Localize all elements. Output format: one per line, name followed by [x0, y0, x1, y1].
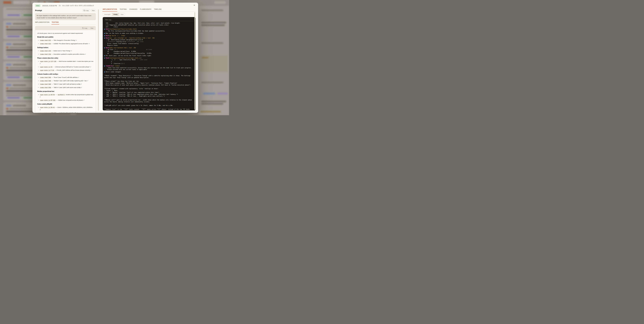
prompt-raw-button[interactable]: Raw	[91, 9, 96, 12]
log-line: **Modal renamed** "Span Statistics" → "E…	[104, 75, 194, 77]
log-line: ● All tests pass. Let me verify the fina…	[104, 55, 194, 57]
testing-report-card: Copy Raw All checks pass. Here is my ass…	[35, 26, 96, 113]
report-copy-button[interactable]: Copy	[81, 27, 88, 29]
log-line: **Summary line** is now `**12** tasks sc…	[104, 108, 194, 110]
log-line: scanned · 150 spans total".	[104, 110, 194, 110]
report-check-item: •index.html:215 — Button text is "View T…	[37, 50, 94, 52]
log-line: - `p95` → `95th %` (tooltip: "95% of run…	[104, 94, 194, 96]
prompt-text: the Span Statistics in the settings feel…	[35, 13, 96, 20]
log-line: ⎿ 1 // --- Span Statistics Modal --- +15…	[104, 59, 194, 61]
report-check-item: •index.html:521 — Title changed to "Exec…	[37, 39, 94, 42]
report-check-item: •span-stats.js:97-101 — Global max compu…	[37, 99, 94, 102]
timestamp: 3/8/2026, 6:09:58 PM	[42, 5, 57, 6]
prompt-panel: Prompt Copy Raw the Span Statistics in t…	[35, 8, 96, 113]
tab-testing[interactable]: TESTING	[52, 22, 59, 23]
log-line: - Muted description of what each phase a…	[104, 84, 194, 86]
report-section-heading: Color-coded p95/p99:	[37, 103, 94, 105]
log-line	[104, 86, 194, 88]
view-mode-raw[interactable]: Raw	[119, 13, 125, 16]
tab-timeline[interactable]: TIMELINE	[154, 8, 162, 10]
log-line: 216- <div style="margin-top: 6px; font-s…	[104, 22, 194, 24]
left-scrollbar[interactable]	[98, 9, 99, 111]
log-line: ok changkun.de/wallfacer/internal/envcon…	[104, 52, 194, 54]
report-section-heading: Column headers with tooltips:	[37, 73, 94, 75]
report-check-item: •span-stats.js:117-120 — Bold human-read…	[37, 60, 94, 65]
log-line: - `Count` → `Runs`	[104, 90, 194, 92]
left-tab-bar: IMPLEMENTATIONTESTING	[35, 22, 96, 24]
tab-implementation[interactable]: IMPLEMENTATION	[103, 8, 117, 10]
log-line: **Median cell** gets an inline proportio…	[104, 99, 194, 101]
right-tab-bar: IMPLEMENTATIONTESTINGCHANGESFLAMEGRAPHTI…	[103, 8, 196, 12]
tab-changes[interactable]: CHANGES	[130, 8, 138, 10]
report-check-item: •span-stats.js:44-54 — barHtml() renders…	[37, 94, 94, 98]
task-detail-modal: ✕ done 3/8/2026, 6:09:58 PM ID: bdcc2b88…	[32, 3, 198, 113]
log-line	[104, 97, 194, 99]
report-section-heading: Settings button:	[37, 46, 94, 49]
log-line: **Column headers** renamed with explanat…	[104, 88, 194, 90]
modal-header: done 3/8/2026, 6:09:58 PM ID: bdcc2b88-d…	[35, 4, 94, 7]
tab-testing[interactable]: TESTING	[120, 8, 127, 10]
log-panel: 216- <div style="margin-top: 6px; font-s…	[103, 17, 196, 110]
log-line: ⎿ go: downloading github.com/google/uuid…	[104, 39, 194, 41]
log-line	[104, 73, 194, 75]
implementation-panel: IMPLEMENTATIONTESTINGCHANGESFLAMEGRAPHTI…	[103, 3, 196, 113]
log-line: - `p99` → `99th %` (tooltip: "99% of run…	[104, 95, 194, 97]
report-section-heading: Phase column (two-line cells):	[37, 57, 94, 59]
log-line: ⎿ go test ./... +6 lines	[104, 49, 194, 50]
log-line: - Bold human-readable name: "Worktree Se…	[104, 82, 194, 84]
log-line: 217- </div>	[104, 26, 194, 28]
log-line: across the board, making relative cost i…	[104, 101, 194, 103]
prompt-title: Prompt	[35, 9, 42, 12]
log-line	[104, 106, 194, 108]
task-id: ID: bdcc2b88-daf0-48ce-99f8-a93cb5898ac0	[59, 5, 94, 6]
report-check-item: •index.html:216 — Description updated to…	[37, 53, 94, 55]
report-check-item: •index.html:549 — "95th %" (was "p95") w…	[37, 83, 94, 85]
right-scrollbar[interactable]	[194, 12, 195, 110]
log-line: 3 (function () {	[104, 63, 194, 64]
testing-report-body: All checks pass. Here is my assessment a…	[35, 30, 96, 113]
log-line: Require stack:	[104, 44, 194, 46]
copy-icon	[82, 28, 84, 29]
report-section-heading: Modal title and subtitle:	[37, 36, 94, 38]
log-line: ● Edit(/workspace/wallfacer/ui/index.htm…	[104, 28, 194, 30]
log-line: **Phase column** now shows two lines per…	[104, 80, 194, 82]
report-check-item: •index.html:548 — "Median" (was "p50") w…	[37, 80, 94, 82]
tab-implementation[interactable]: IMPLEMENTATION	[35, 22, 50, 23]
log-line	[104, 103, 194, 105]
report-check-item: •index.html:522 — Subtitle "Per-phase la…	[37, 42, 94, 45]
report-check-item: •index.html:546 — "Runs" (was "Count") w…	[37, 76, 94, 78]
copy-icon	[84, 10, 85, 11]
log-line: ⎿ The file /workspace/wallfacer/ui/index…	[104, 30, 194, 32]
app-root: ✕ done 3/8/2026, 6:09:58 PM ID: bdcc2b88…	[0, 0, 229, 115]
log-line: ● Bash(make test-backend 2>&1 | tail -20…	[104, 47, 194, 49]
prompt-copy-label: Copy	[86, 10, 89, 11]
filter-logs-input[interactable]	[104, 18, 194, 21]
log-line: 2	[104, 61, 194, 63]
report-check-item: •span-stats.js:7-24 — PHASE_INFO defines…	[37, 69, 94, 72]
prompt-copy-button[interactable]: Copy	[82, 9, 90, 12]
log-line: ⎿ ────────── Startup Error ────────── +2…	[104, 41, 194, 43]
tab-flamegraph[interactable]: FLAMEGRAPH	[140, 8, 151, 10]
log-line: ● Here's what changed:	[104, 71, 194, 73]
status-badge: done	[35, 4, 40, 7]
log-line: ● Bash(go build ./... 2>&1)	[104, 35, 194, 37]
log-line: Error: Cannot find module 'vitest/config…	[104, 43, 194, 44]
log-line: ok changkun.de/wallfacer 0.010s	[104, 50, 194, 52]
report-paragraph: All checks pass. Here is my assessment a…	[37, 32, 94, 34]
view-mode-oversight[interactable]: Oversight	[103, 13, 112, 16]
report-check-item: •span-stats.js:31 — Unknown phases fall …	[37, 66, 94, 68]
view-mode-pretty[interactable]: Pretty	[112, 13, 119, 16]
log-view-mode-switch: OversightPrettyRaw	[103, 13, 125, 16]
log-line: - `p50` → `Median` (tooltip: "half of ru…	[104, 92, 194, 94]
log-line: Please proceed with the current tasks if…	[104, 69, 194, 70]
report-raw-button[interactable]: Raw	[90, 27, 94, 29]
log-line: **p95/p99 cells** are color-coded: green…	[104, 104, 194, 106]
log-line: ● TodoWrite(1 items)	[104, 65, 194, 67]
log-line: ● Bash(npx --yes vitest@2 run --reporter…	[104, 37, 194, 39]
report-copy-label: Copy	[84, 27, 87, 29]
log-line	[104, 78, 194, 80]
log-line: ● Read(/workspace/wallfacer/ui/js/span-s…	[104, 57, 194, 59]
report-check-item: •span-stats.js:36-41 — Green < 5000ms, a…	[37, 106, 94, 111]
log-line: ⎿ Todos have been modified successfully.…	[104, 67, 194, 69]
report-toolbar: Copy Raw	[35, 26, 96, 30]
